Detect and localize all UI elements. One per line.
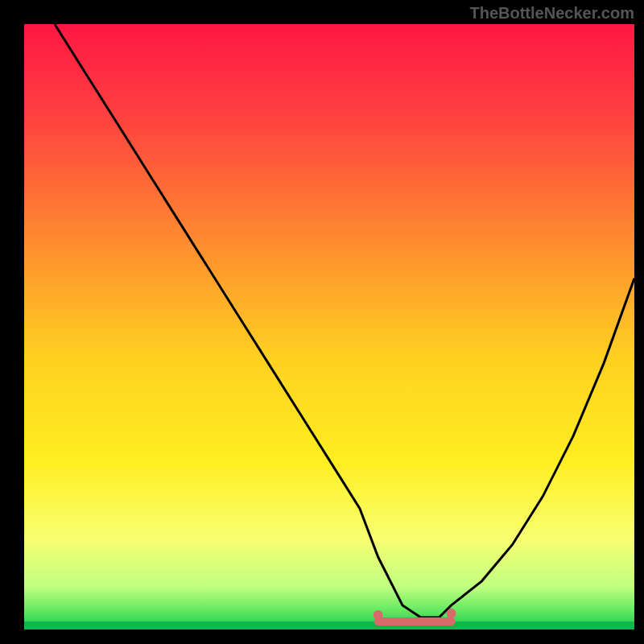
baseline-band: [24, 621, 634, 630]
chart-svg: [0, 0, 644, 644]
watermark-text: TheBottleNecker.com: [469, 4, 634, 23]
optimal-start-dot: [374, 610, 383, 620]
optimal-end-dot: [447, 609, 456, 618]
plot-background: [24, 24, 634, 630]
bottleneck-chart: [0, 0, 644, 644]
